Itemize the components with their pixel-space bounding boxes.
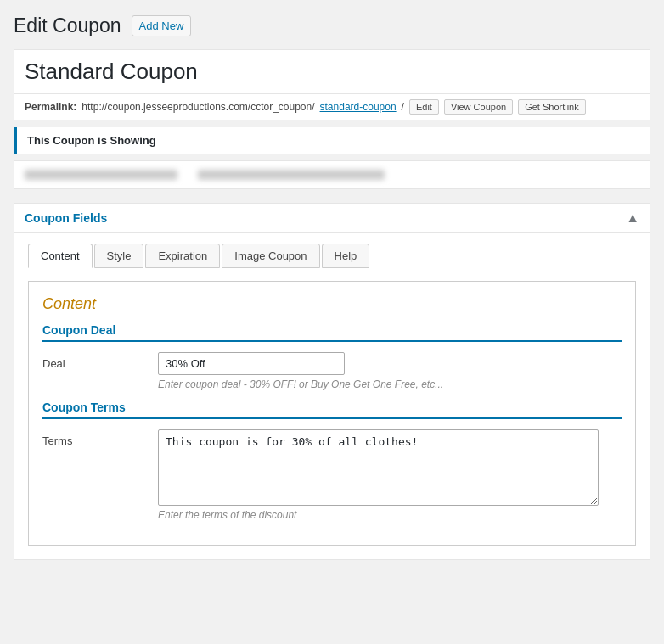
permalink-base-url: http://coupon.jesseeproductions.com/ccto…: [82, 101, 314, 113]
metabox-toggle-icon: ▲: [626, 210, 639, 226]
get-shortlink-button[interactable]: Get Shortlink: [518, 99, 586, 115]
metabox-body: Content Style Expiration Image Coupon He…: [14, 233, 650, 559]
coupon-terms-divider: [42, 417, 622, 419]
terms-label: Terms: [42, 429, 144, 447]
page-header: Edit Coupon Add New: [14, 14, 650, 39]
tab-help[interactable]: Help: [322, 244, 370, 268]
metabox-header[interactable]: Coupon Fields ▲: [14, 204, 650, 233]
view-coupon-button[interactable]: View Coupon: [444, 99, 513, 115]
tab-style[interactable]: Style: [94, 244, 144, 268]
status-notice: This Coupon is Showing: [14, 127, 650, 154]
page-title: Edit Coupon: [14, 14, 121, 39]
content-tab-heading: Content: [42, 295, 622, 313]
deal-input[interactable]: [158, 352, 345, 375]
post-title-input[interactable]: [25, 59, 639, 85]
tabs-row: Content Style Expiration Image Coupon He…: [28, 244, 636, 268]
terms-input-wrap: This coupon is for 30% of all clothes! E…: [158, 429, 622, 521]
add-new-button[interactable]: Add New: [132, 15, 192, 36]
coupon-deal-divider: [42, 340, 622, 342]
tab-content-area: Content Coupon Deal Deal Enter coupon de…: [28, 281, 636, 546]
tab-content[interactable]: Content: [28, 244, 93, 268]
coupon-deal-section-title: Coupon Deal: [42, 323, 622, 337]
permalink-edit-button[interactable]: Edit: [409, 99, 439, 115]
tab-expiration[interactable]: Expiration: [145, 244, 220, 268]
blur-block-1: [25, 170, 177, 180]
permalink-label: Permalink:: [25, 101, 76, 113]
permalink-slug[interactable]: standard-coupon: [320, 101, 397, 113]
permalink-slash: /: [402, 101, 404, 113]
deal-form-row: Deal Enter coupon deal - 30% OFF! or Buy…: [42, 352, 622, 390]
blurred-row: [14, 160, 650, 189]
title-section: [14, 49, 650, 94]
deal-input-wrap: Enter coupon deal - 30% OFF! or Buy One …: [158, 352, 622, 390]
terms-textarea[interactable]: This coupon is for 30% of all clothes!: [158, 429, 599, 506]
coupon-terms-section-title: Coupon Terms: [42, 400, 622, 414]
deal-label: Deal: [42, 352, 144, 370]
tab-image-coupon[interactable]: Image Coupon: [222, 244, 319, 268]
permalink-bar: Permalink: http://coupon.jesseeproductio…: [14, 94, 650, 120]
terms-hint: Enter the terms of the discount: [158, 509, 622, 521]
deal-hint: Enter coupon deal - 30% OFF! or Buy One …: [158, 378, 622, 390]
coupon-fields-metabox: Coupon Fields ▲ Content Style Expiration…: [14, 203, 650, 560]
blur-block-2: [198, 170, 385, 180]
metabox-title: Coupon Fields: [25, 211, 107, 225]
status-notice-text: This Coupon is Showing: [27, 134, 156, 147]
terms-form-row: Terms This coupon is for 30% of all clot…: [42, 429, 622, 521]
